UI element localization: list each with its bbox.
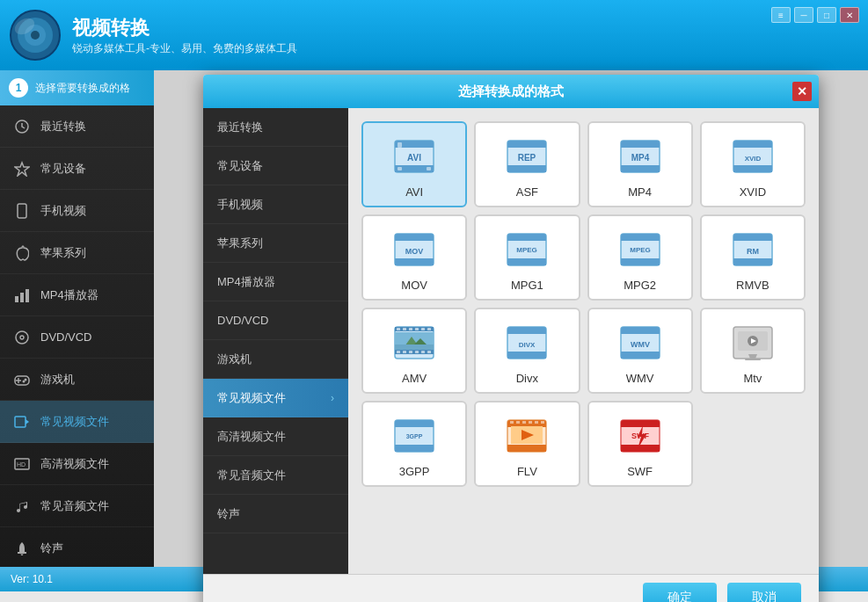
svg-rect-52 xyxy=(395,237,434,241)
close-btn[interactable]: ✕ xyxy=(840,7,859,23)
format-item-amv[interactable]: AMV xyxy=(361,308,467,394)
modal-footer: 确定 取消 xyxy=(203,574,819,602)
modal-nav-mp4[interactable]: MP4播放器 xyxy=(203,263,348,301)
bell-icon xyxy=(12,539,32,558)
svg-rect-84 xyxy=(397,351,400,353)
settings-btn[interactable]: ≡ xyxy=(771,7,791,23)
svg-rect-127 xyxy=(535,421,538,424)
sidebar-label-apple: 苹果系列 xyxy=(40,245,86,261)
app-title-area: 视频转换 锐动多媒体工具-专业、易用、免费的多媒体工具 xyxy=(72,15,297,56)
sidebar-item-mobile-video[interactable]: 手机视频 xyxy=(0,190,154,232)
modal-nav-common-video[interactable]: 常见视频文件 › xyxy=(203,379,348,417)
rmvb-icon: RM xyxy=(728,227,777,275)
svg-rect-123 xyxy=(510,421,514,424)
modal-nav-dvd[interactable]: DVD/VCD xyxy=(203,301,348,340)
modal-nav-hd-video[interactable]: 高清视频文件 xyxy=(203,417,348,456)
step-indicator: 1 选择需要转换成的格 xyxy=(0,70,154,105)
sidebar-item-apple[interactable]: 苹果系列 xyxy=(0,232,154,274)
modal-title: 选择转换成的格式 xyxy=(458,83,564,100)
modal-header: 选择转换成的格式 ✕ xyxy=(203,75,819,108)
sidebar-label-game: 游戏机 xyxy=(40,372,75,388)
sidebar-item-ringtone[interactable]: 铃声 xyxy=(0,527,154,569)
xvid-label: XVID xyxy=(740,185,766,199)
svg-rect-9 xyxy=(15,296,18,302)
avi-label: AVI xyxy=(405,185,423,199)
sidebar-item-mp4[interactable]: MP4播放器 xyxy=(0,274,154,316)
sidebar-item-dvd[interactable]: DVD/VCD xyxy=(0,316,154,359)
amv-icon xyxy=(390,320,439,368)
mp4-label: MP4 xyxy=(628,185,652,199)
sidebar-item-common-video[interactable]: 常见视频文件 xyxy=(0,401,154,443)
sidebar: 1 选择需要转换成的格 最近转换 常见设备 手机视频 苹果系列 xyxy=(0,70,154,567)
svg-rect-114 xyxy=(395,424,434,427)
format-item-mtv[interactable]: Mtv xyxy=(700,308,806,394)
modal-nav-common-device[interactable]: 常见设备 xyxy=(203,147,348,185)
format-item-divx[interactable]: DIVX Divx xyxy=(474,308,580,394)
format-item-xvid[interactable]: XVID XVID xyxy=(700,121,806,207)
title-bar: ≡ ─ □ ✕ 视频转换 锐动多媒体工具-专业、易用、免费的多媒体工具 xyxy=(0,0,868,70)
svg-rect-11 xyxy=(26,289,29,302)
mov-label: MOV xyxy=(401,279,427,292)
confirm-button[interactable]: 确定 xyxy=(643,583,717,603)
svg-marker-20 xyxy=(26,419,29,424)
modal-nav-common-audio[interactable]: 常见音频文件 xyxy=(203,456,348,495)
svg-rect-104 xyxy=(621,352,660,355)
sidebar-item-hd-video[interactable]: HD 高清视频文件 xyxy=(0,443,154,485)
modal-nav: 最近转换 常见设备 手机视频 苹果系列 MP4播放器 DVD xyxy=(203,108,348,574)
format-item-rmvb[interactable]: RM RMVB xyxy=(700,214,806,301)
format-item-mpg2[interactable]: MPEG MPG2 xyxy=(587,214,693,301)
svg-rect-81 xyxy=(415,328,419,330)
svg-text:RM: RM xyxy=(747,247,759,256)
rmvb-label: RMVB xyxy=(736,279,770,292)
minimize-btn[interactable]: ─ xyxy=(794,7,813,23)
format-item-swf[interactable]: SWF SWF xyxy=(587,401,693,487)
format-item-wmv[interactable]: WMV WMV xyxy=(587,308,693,394)
svg-rect-134 xyxy=(621,424,660,427)
svg-text:DIVX: DIVX xyxy=(519,341,536,349)
swf-label: SWF xyxy=(627,465,653,478)
format-item-3gpp[interactable]: 3GPP 3GPP xyxy=(361,401,467,487)
format-item-mp4[interactable]: MP4 MP4 xyxy=(587,121,693,207)
app-logo xyxy=(9,9,62,62)
sidebar-item-recent[interactable]: 最近转换 xyxy=(0,105,154,148)
main-area: 1 选择需要转换成的格 最近转换 常见设备 手机视频 苹果系列 xyxy=(0,70,868,567)
format-item-mpg1[interactable]: MPEG MPG1 xyxy=(474,214,580,301)
format-item-asf[interactable]: REP ASF xyxy=(474,121,580,207)
sidebar-item-common-audio[interactable]: 常见音频文件 xyxy=(0,485,154,527)
sidebar-label-mobile-video: 手机视频 xyxy=(40,203,86,219)
svg-point-18 xyxy=(23,380,26,382)
svg-rect-40 xyxy=(621,144,660,148)
format-grid-container: AVI AVI xyxy=(348,108,819,574)
window-controls: ≡ ─ □ ✕ xyxy=(771,7,859,23)
format-item-avi[interactable]: AVI AVI xyxy=(361,121,467,207)
svg-text:MPEG: MPEG xyxy=(630,246,651,254)
format-item-mov[interactable]: MOV MOV xyxy=(361,214,467,301)
modal-nav-apple[interactable]: 苹果系列 xyxy=(203,224,348,263)
modal-close-btn[interactable]: ✕ xyxy=(792,82,812,101)
sidebar-label-common-audio: 常见音频文件 xyxy=(40,498,109,514)
music-icon xyxy=(12,497,32,516)
step-number: 1 xyxy=(9,78,28,98)
svg-rect-116 xyxy=(395,445,434,448)
modal-nav-game[interactable]: 游戏机 xyxy=(203,340,348,379)
cancel-button[interactable]: 取消 xyxy=(727,583,801,603)
mtv-icon xyxy=(728,320,777,368)
format-item-flv[interactable]: FLV FLV xyxy=(474,401,580,487)
wmv-icon: WMV xyxy=(616,320,664,368)
svg-rect-98 xyxy=(507,352,546,355)
maximize-btn[interactable]: □ xyxy=(817,7,836,23)
svg-point-3 xyxy=(31,31,40,40)
svg-text:3GPP: 3GPP xyxy=(406,433,423,439)
modal-nav-mobile-video[interactable]: 手机视频 xyxy=(203,185,348,224)
sidebar-item-game[interactable]: 游戏机 xyxy=(0,359,154,401)
modal-nav-recent[interactable]: 最近转换 xyxy=(203,108,348,147)
sidebar-item-common-device[interactable]: 常见设备 xyxy=(0,148,154,190)
modal-nav-ringtone[interactable]: 铃声 xyxy=(203,495,348,533)
svg-rect-46 xyxy=(733,144,772,148)
3gpp-label: 3GPP xyxy=(399,465,430,478)
sidebar-label-mp4: MP4播放器 xyxy=(40,287,98,303)
avi-icon: AVI xyxy=(390,134,439,182)
svg-rect-28 xyxy=(398,142,402,148)
sidebar-label-ringtone: 铃声 xyxy=(40,540,63,556)
sidebar-label-dvd: DVD/VCD xyxy=(40,330,92,344)
